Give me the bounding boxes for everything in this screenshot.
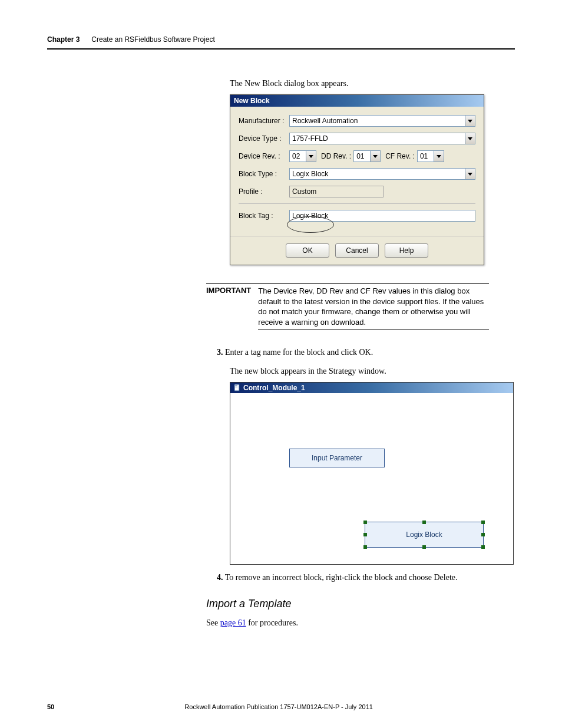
dropdown-button[interactable] [465, 169, 475, 179]
device-type-label: Device Type : [239, 134, 289, 143]
dd-rev-label: DD Rev. : [321, 152, 351, 160]
chapter-label: Chapter 3 [47, 35, 80, 44]
manufacturer-label: Manufacturer : [239, 117, 289, 125]
step-text: Enter a tag name for the block and click… [225, 348, 373, 357]
step-4: 4. To remove an incorrect block, right-c… [217, 573, 515, 582]
strategy-title-text: Control_Module_1 [243, 384, 305, 392]
see-prefix: See [206, 618, 220, 627]
device-rev-combo[interactable]: 02 [289, 150, 316, 162]
device-type-combo[interactable]: 1757-FFLD [289, 133, 475, 144]
page-number: 50 [47, 703, 54, 710]
important-label: IMPORTANT [206, 283, 258, 330]
dd-rev-value: 01 [356, 152, 364, 160]
chevron-down-icon [373, 155, 378, 158]
block-type-combo[interactable]: Logix Block [289, 168, 475, 180]
block-tag-value: Logix Block [292, 212, 328, 220]
chevron-down-icon [468, 120, 472, 123]
device-rev-label: Device Rev. : [239, 152, 289, 160]
chevron-down-icon [468, 137, 472, 140]
block-label: Input Parameter [312, 454, 362, 462]
logix-block[interactable]: Logix Block [365, 522, 484, 548]
important-note: IMPORTANT The Device Rev, DD Rev and CF … [206, 283, 489, 330]
cancel-button[interactable]: Cancel [335, 243, 379, 258]
device-rev-value: 02 [292, 152, 300, 160]
profile-label: Profile : [239, 187, 289, 196]
chevron-down-icon [468, 173, 472, 176]
step-text: To remove an incorrect block, right-clic… [225, 573, 458, 582]
step-number: 4. [217, 573, 223, 582]
header-rule [47, 48, 515, 50]
block-label: Logix Block [406, 531, 442, 539]
block-type-label: Block Type : [239, 170, 289, 178]
strategy-titlebar: Control_Module_1 [230, 383, 513, 393]
intro-text: The New Block dialog box appears. [230, 79, 515, 88]
strategy-window: Control_Module_1 Input Parameter Logix B… [230, 382, 514, 565]
input-parameter-block[interactable]: Input Parameter [289, 449, 385, 467]
new-block-dialog: New Block Manufacturer : Rockwell Automa… [230, 94, 484, 265]
cf-rev-label: CF Rev. : [385, 152, 415, 160]
block-tag-label: Block Tag : [239, 212, 289, 220]
publication-info: Rockwell Automation Publication 1757-UM0… [184, 703, 373, 710]
see-suffix: for procedures. [246, 618, 298, 627]
dropdown-button[interactable] [465, 133, 475, 144]
see-page-text: See page 61 for procedures. [206, 618, 515, 628]
profile-value: Custom [292, 187, 316, 196]
svg-rect-2 [235, 387, 237, 387]
step-3: 3. Enter a tag name for the block and cl… [217, 348, 515, 357]
manufacturer-combo[interactable]: Rockwell Automation [289, 115, 475, 127]
post-step3-text: The new block appears in the Strategy wi… [230, 367, 515, 376]
chevron-down-icon [309, 155, 313, 158]
chapter-title: Create an RSFieldbus Software Project [91, 35, 214, 44]
block-type-value: Logix Block [292, 170, 328, 178]
block-tag-input[interactable]: Logix Block [289, 210, 475, 222]
dropdown-button[interactable] [370, 151, 380, 162]
page-link[interactable]: page 61 [220, 618, 246, 627]
svg-rect-0 [234, 384, 239, 391]
dialog-titlebar: New Block [230, 95, 484, 107]
svg-rect-1 [235, 386, 237, 386]
cf-rev-value: 01 [420, 152, 428, 160]
dropdown-button[interactable] [465, 116, 475, 126]
dropdown-button[interactable] [306, 151, 316, 162]
document-icon [234, 384, 241, 391]
dd-rev-combo[interactable]: 01 [353, 150, 381, 162]
step-number: 3. [217, 348, 223, 357]
important-text: The Device Rev, DD Rev and CF Rev values… [258, 283, 489, 330]
dropdown-button[interactable] [434, 151, 444, 162]
profile-field: Custom [289, 186, 384, 197]
cf-rev-combo[interactable]: 01 [417, 150, 444, 162]
device-type-value: 1757-FFLD [292, 134, 328, 143]
page-footer: 50 Rockwell Automation Publication 1757-… [47, 703, 515, 710]
chevron-down-icon [437, 155, 441, 158]
help-button[interactable]: Help [385, 243, 428, 258]
manufacturer-value: Rockwell Automation [292, 117, 358, 125]
import-template-heading: Import a Template [206, 598, 515, 610]
ok-button[interactable]: OK [286, 243, 329, 258]
strategy-canvas[interactable]: Input Parameter Logix Block [230, 393, 513, 564]
